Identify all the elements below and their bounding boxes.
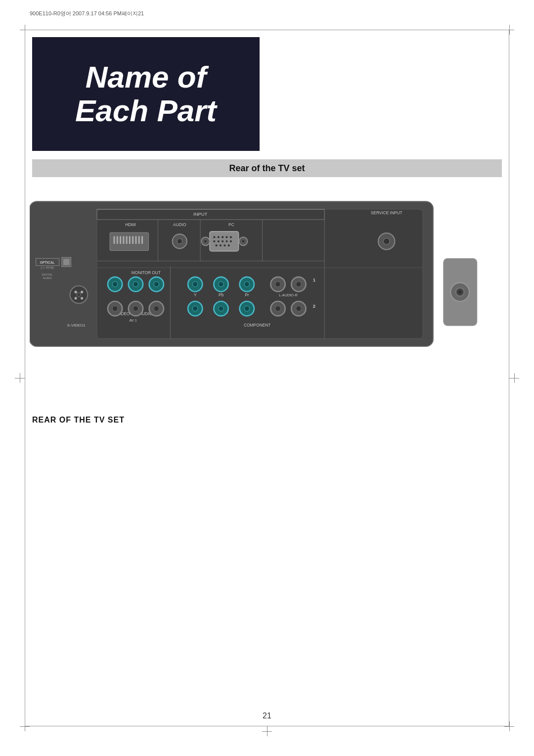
svg-rect-24 xyxy=(135,236,136,244)
svg-rect-17 xyxy=(113,236,115,244)
svg-text:S-VIDEO1: S-VIDEO1 xyxy=(67,323,86,328)
svg-point-104 xyxy=(296,306,301,311)
svg-point-113 xyxy=(458,290,461,293)
svg-text:AV 1: AV 1 xyxy=(130,318,137,323)
svg-point-67 xyxy=(133,282,138,286)
section-header-text: Rear of the TV set xyxy=(229,163,305,174)
svg-point-102 xyxy=(275,306,280,311)
svg-point-76 xyxy=(244,282,249,286)
svg-rect-19 xyxy=(120,236,121,244)
title-block: Name of Each Part xyxy=(32,37,260,151)
svg-text:Pr: Pr xyxy=(245,292,249,297)
svg-point-36 xyxy=(218,240,220,242)
svg-point-92 xyxy=(133,306,138,311)
svg-text:INPUT: INPUT xyxy=(193,211,207,217)
svg-point-39 xyxy=(230,240,232,242)
svg-point-65 xyxy=(112,282,117,286)
svg-rect-23 xyxy=(132,236,134,244)
svg-point-94 xyxy=(154,306,159,311)
svg-text:L-AUDIO-R: L-AUDIO-R xyxy=(279,293,297,297)
svg-rect-21 xyxy=(126,236,128,244)
svg-text:(□□ /PCM): (□□ /PCM) xyxy=(41,266,54,269)
svg-point-49 xyxy=(383,238,390,244)
crosshair-left-mid xyxy=(15,373,25,383)
svg-text:AUDIO: AUDIO xyxy=(43,277,52,280)
svg-point-41 xyxy=(220,244,222,246)
tv-rear-diagram-container: INPUT SERVICE INPUT HDMI AUDIO PC xyxy=(30,183,480,396)
page-title: Name of Each Part xyxy=(75,60,217,128)
svg-point-72 xyxy=(192,282,197,286)
svg-point-28 xyxy=(177,238,182,243)
svg-point-37 xyxy=(222,240,223,242)
section-header-band: Rear of the TV set xyxy=(32,159,502,177)
svg-point-90 xyxy=(112,306,117,311)
svg-rect-18 xyxy=(117,236,118,244)
svg-point-32 xyxy=(222,236,223,238)
svg-point-61 xyxy=(81,297,83,299)
svg-text:OPTICAL: OPTICAL xyxy=(40,261,55,264)
svg-text:2: 2 xyxy=(313,303,315,309)
svg-rect-54 xyxy=(63,259,70,265)
svg-text:DIGITAL: DIGITAL xyxy=(42,273,53,276)
header-meta: 900E110-R0영어 2007.9.17 04:56 PM페이지21 xyxy=(30,10,144,17)
svg-text:AUDIO: AUDIO xyxy=(173,222,186,227)
crosshair-bottom-center xyxy=(262,726,272,736)
svg-point-42 xyxy=(223,244,225,246)
svg-point-57 xyxy=(70,286,88,304)
svg-point-43 xyxy=(228,244,230,246)
svg-text:1: 1 xyxy=(313,277,315,283)
svg-text:Y: Y xyxy=(194,292,197,297)
svg-point-45 xyxy=(204,240,207,243)
svg-point-38 xyxy=(225,240,227,242)
svg-point-69 xyxy=(154,282,159,286)
svg-rect-26 xyxy=(141,236,143,244)
svg-rect-25 xyxy=(138,236,140,244)
svg-point-34 xyxy=(230,236,232,238)
svg-point-30 xyxy=(213,236,215,238)
svg-point-35 xyxy=(213,240,215,242)
svg-text:PC: PC xyxy=(228,222,234,227)
svg-point-100 xyxy=(244,306,249,311)
svg-point-47 xyxy=(242,240,245,243)
rear-of-tv-label: REAR OF THE TV SET xyxy=(32,416,125,425)
svg-text:SERVICE INPUT: SERVICE INPUT xyxy=(371,210,402,215)
crosshair-right-mid xyxy=(509,373,519,383)
svg-point-40 xyxy=(216,244,218,246)
svg-point-96 xyxy=(192,306,197,311)
svg-point-60 xyxy=(74,297,77,299)
svg-point-59 xyxy=(81,291,83,293)
svg-point-78 xyxy=(275,282,280,286)
svg-text:HDMI: HDMI xyxy=(125,222,135,227)
tv-rear-svg: INPUT SERVICE INPUT HDMI AUDIO PC xyxy=(30,183,480,396)
svg-point-98 xyxy=(219,306,223,311)
page-number: 21 xyxy=(263,711,271,720)
svg-point-80 xyxy=(296,282,301,286)
svg-point-33 xyxy=(225,236,227,238)
svg-point-58 xyxy=(74,291,77,293)
svg-text:Pb: Pb xyxy=(219,292,224,297)
svg-text:MONITOR OUT: MONITOR OUT xyxy=(132,270,161,275)
svg-text:COMPONENT: COMPONENT xyxy=(244,323,270,328)
svg-point-74 xyxy=(219,282,223,286)
svg-rect-20 xyxy=(123,236,124,244)
svg-point-31 xyxy=(218,236,220,238)
svg-rect-22 xyxy=(129,236,131,244)
